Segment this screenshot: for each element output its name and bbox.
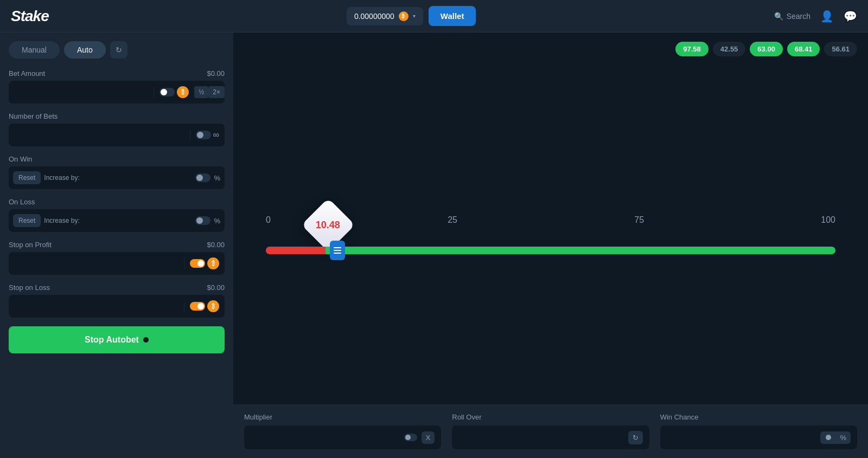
multiplier-x-button[interactable]: X [422,431,435,444]
win-chance-input[interactable]: 40.0000 [667,433,816,442]
stop-loss-addon: ₿ [184,300,225,312]
bet-amount-label-row: Bet Amount $0.00 [9,69,225,78]
stop-loss-coin-icon: ₿ [207,300,219,312]
on-win-increase-label: Increase by: [44,174,79,182]
roll-over-group: Roll Over 60.00 ↻ [452,413,649,449]
slider-label-0: 0 [266,215,271,225]
stop-loss-toggle[interactable] [190,302,205,311]
stop-profit-toggle[interactable] [190,259,205,268]
bet-badge-1[interactable]: 42.55 [713,42,746,56]
roll-over-refresh-button[interactable]: ↻ [628,431,643,444]
bets-addon: ∞ [190,130,225,140]
user-icon[interactable]: 👤 [820,10,834,23]
stop-profit-group: Stop on Profit $0.00 0.00000000 ₿ [9,241,225,275]
bet-amount-label: Bet Amount [9,69,45,78]
slider-handle[interactable] [330,241,345,260]
slider-container: 0 25 75 100 10.48 [266,215,835,254]
logo: Stake [11,8,49,25]
on-win-label: On Win [9,155,32,163]
half-button[interactable]: ½ [194,86,208,98]
bet-toggle[interactable] [159,88,175,96]
chat-icon[interactable]: 💬 [844,10,857,23]
bets-input[interactable]: 0 [9,131,190,139]
on-loss-label-row: On Loss [9,198,225,206]
on-loss-input[interactable]: 0 [83,216,193,225]
stop-loss-group: Stop on Loss $0.00 0.00000000 ₿ [9,283,225,318]
stop-profit-coin-icon: ₿ [207,257,219,269]
bet-badge-2[interactable]: 63.00 [750,42,783,56]
handle-line-2 [334,250,341,251]
on-win-label-row: On Win [9,155,225,163]
wallet-button[interactable]: Wallet [429,6,476,26]
slider-green-fill [326,247,835,254]
win-chance-pct: % [840,434,846,442]
on-loss-reset-button[interactable]: Reset [13,214,41,227]
stop-profit-input-row: 0.00000000 ₿ [9,252,225,275]
bet-amount-group: Bet Amount $0.00 0.00000000 ₿ ½ 2× [9,69,225,104]
balance-value: 0.00000000 [354,12,394,21]
slider-wrapper: 10.48 [266,247,835,254]
bitcoin-icon: ₿ [399,11,409,21]
on-win-toggle[interactable] [195,173,210,182]
header-right: 🔍 Search 👤 💬 [774,10,857,23]
multiplier-input[interactable]: 2.4750 [251,433,400,442]
refresh-button[interactable]: ↻ [110,41,127,59]
win-chance-pct-badge: % [820,431,851,444]
sidebar: Manual Auto ↻ Bet Amount $0.00 0.0000000… [0,33,233,458]
bet-amount-input[interactable]: 0.00000000 [9,88,154,96]
slider-red-fill [266,247,326,254]
bet-amount-addon: ₿ [154,86,194,98]
main-layout: Manual Auto ↻ Bet Amount $0.00 0.0000000… [0,33,868,458]
recent-bets: 97.58 42.55 63.00 68.41 56.61 [233,33,868,65]
on-win-group: On Win Reset Increase by: 0 % [9,155,225,189]
bets-label: Number of Bets [9,112,58,120]
stop-profit-label: Stop on Profit [9,241,52,249]
stop-loss-input[interactable]: 0.00000000 [9,302,184,311]
multiplier-group: Multiplier 2.4750 X [244,413,441,449]
stop-profit-addon: ₿ [184,257,225,269]
search-icon: 🔍 [774,12,783,21]
win-chance-toggle[interactable] [825,434,838,441]
bet-amount-value: $0.00 [207,69,225,78]
stop-autobet-label: Stop Autobet [85,335,139,345]
on-loss-pct: % [214,217,220,225]
stop-dot-icon [143,337,149,343]
bet-badge-3[interactable]: 68.41 [787,42,820,56]
bet-badge-0[interactable]: 97.58 [675,42,709,56]
on-loss-increase-label: Increase by: [44,217,79,224]
tab-auto[interactable]: Auto [64,41,106,59]
on-loss-label: On Loss [9,198,35,206]
stop-profit-value: $0.00 [207,241,225,249]
bets-toggle[interactable] [196,131,211,139]
on-loss-row: Reset Increase by: 0 % [9,209,225,232]
chevron-down-icon: ▾ [413,13,416,19]
mode-tabs: Manual Auto ↻ [9,41,225,59]
win-chance-input-row: 40.0000 % [660,425,857,449]
bet-coin-icon: ₿ [177,86,189,98]
stop-loss-label: Stop on Loss [9,283,50,292]
bets-input-row: 0 ∞ [9,124,225,146]
search-button[interactable]: 🔍 Search [774,12,810,21]
on-win-input[interactable]: 0 [83,173,193,182]
header: Stake 0.00000000 ₿ ▾ Wallet 🔍 Search 👤 💬 [0,0,868,33]
on-win-reset-button[interactable]: Reset [13,171,41,184]
tab-manual[interactable]: Manual [9,41,60,59]
roll-over-input[interactable]: 60.00 [458,433,623,442]
on-win-pct: % [214,174,220,182]
header-center: 0.00000000 ₿ ▾ Wallet [347,6,476,26]
on-loss-toggle[interactable] [195,216,210,225]
multiplier-toggle[interactable] [404,434,417,441]
stop-autobet-button[interactable]: Stop Autobet [9,326,225,353]
number-of-bets-group: Number of Bets 0 ∞ [9,112,225,146]
balance-display[interactable]: 0.00000000 ₿ ▾ [347,7,423,25]
dice-cube: 10.48 [302,198,355,252]
slider-track[interactable] [266,247,835,254]
bet-badge-4[interactable]: 56.61 [824,42,857,56]
on-win-row: Reset Increase by: 0 % [9,166,225,189]
search-label: Search [787,12,810,21]
double-button[interactable]: 2× [208,86,225,98]
handle-line-3 [334,253,341,254]
stop-profit-input[interactable]: 0.00000000 [9,259,184,268]
slider-label-100: 100 [821,215,835,225]
handle-lines [334,247,341,254]
